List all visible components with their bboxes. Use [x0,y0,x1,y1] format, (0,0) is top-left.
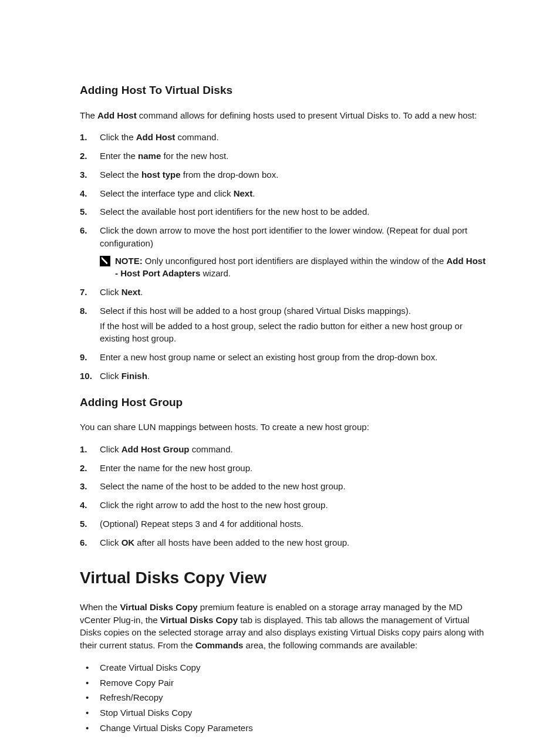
text: wizard. [200,268,231,278]
heading-adding-host-group: Adding Host Group [80,394,490,411]
note-label: NOTE: [115,256,145,266]
text: Select the [100,170,141,180]
text: area, the following commands are availab… [243,640,417,650]
bold-text: host type [141,170,181,180]
bold-text: Finish [122,371,147,381]
list-item: Enter a new host group name or select an… [80,351,490,364]
note-icon [100,256,110,266]
bold-text: Next [122,287,141,297]
list-item: Create Virtual Disks Copy [80,661,490,674]
ordered-list-add-host-group: Click Add Host Group command. Enter the … [80,443,490,549]
intro-paragraph-1: The Add Host command allows for defining… [80,109,490,122]
bold-text: Commands [195,640,244,650]
bullet-list-commands: Create Virtual Disks Copy Remove Copy Pa… [80,661,490,735]
text: Click [100,537,122,547]
bold-text: Add Host Group [122,444,190,454]
list-item: Stop Virtual Disks Copy [80,706,490,719]
text: Enter the [100,151,138,161]
text: Click [100,371,122,381]
ordered-list-add-host: Click the Add Host command. Enter the na… [80,131,490,382]
paragraph-virtual-disks-copy: When the Virtual Disks Copy premium feat… [80,601,490,652]
bold-text: name [138,151,161,161]
text: Click [100,287,122,297]
bold-text: Add Host [136,132,176,142]
list-item: Remove Copy Pair [80,677,490,689]
list-item: Change Virtual Disks Copy Parameters [80,722,490,735]
text: Click the [100,132,136,142]
list-item: Select if this host will be added to a h… [80,305,490,345]
list-item: Enter the name for the new host group. [80,462,490,475]
note-text: NOTE: Only unconfigured host port identi… [115,255,490,280]
text: When the [80,602,120,612]
text: Select the interface type and click [100,188,234,198]
bold-text: Add Host [97,110,137,120]
sub-paragraph: If the host will be added to a host grou… [100,320,490,346]
list-item: Click the down arrow to move the host po… [80,224,490,280]
list-item: Enter the name for the new host. [80,150,490,163]
text: . [140,287,143,297]
bold-text: Virtual Disks Copy [120,602,197,612]
note-block: NOTE: Only unconfigured host port identi… [100,255,490,280]
heading-adding-host-to-virtual-disks: Adding Host To Virtual Disks [80,82,490,99]
text: The [80,110,97,120]
text: command. [175,132,218,142]
text: Click the down arrow to move the host po… [100,225,467,248]
list-item: (Optional) Repeat steps 3 and 4 for addi… [80,518,490,530]
text: Click [100,444,122,454]
list-item: Click OK after all hosts have been added… [80,536,490,549]
intro-paragraph-2: You can share LUN mappings between hosts… [80,421,490,434]
text: from the drop-down box. [181,170,279,180]
list-item: Click Next. [80,286,490,299]
text: . [252,188,255,198]
bold-text: Virtual Disks Copy [160,615,238,625]
list-item: Select the interface type and click Next… [80,187,490,200]
text: . [147,371,150,381]
list-item: Refresh/Recopy [80,691,490,704]
list-item: Select the available host port identifie… [80,205,490,218]
list-item: Click the Add Host command. [80,131,490,144]
list-item: Click the right arrow to add the host to… [80,499,490,512]
text: after all hosts have been added to the n… [134,537,349,547]
list-item: Click Finish. [80,370,490,383]
list-item: Click Add Host Group command. [80,443,490,456]
text: command. [190,444,233,454]
text: command allows for defining hosts used t… [137,110,477,120]
bold-text: OK [122,537,135,547]
heading-virtual-disks-copy-view: Virtual Disks Copy View [80,566,490,590]
list-item: Select the host type from the drop-down … [80,168,490,181]
text: Select if this host will be added to a h… [100,306,411,316]
text: Only unconfigured host port identifiers … [145,256,447,266]
bold-text: Next [234,188,253,198]
text: for the new host. [161,151,228,161]
list-item: Select the name of the host to be added … [80,480,490,493]
